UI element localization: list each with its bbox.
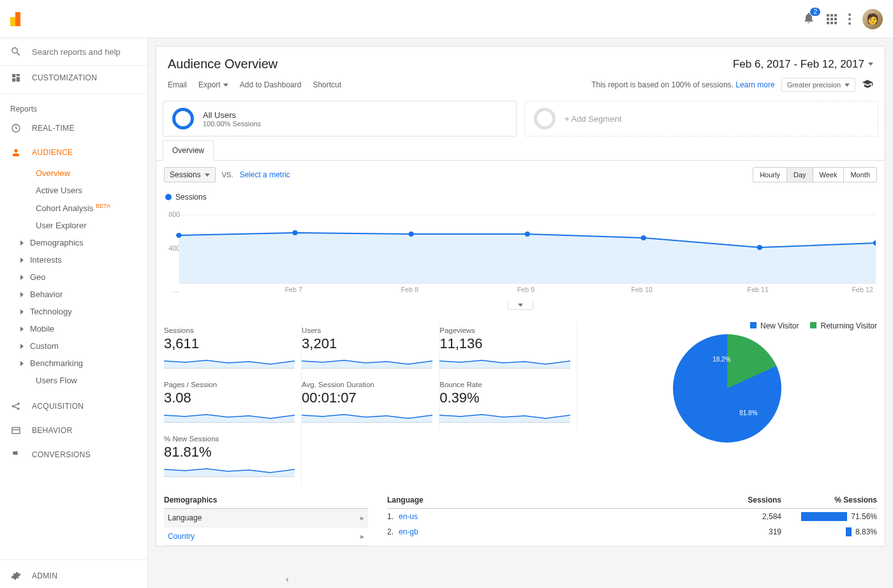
lang-link[interactable]: en-us <box>399 512 418 521</box>
nav-benchmarking[interactable]: Benchmarking <box>0 355 147 372</box>
gear-icon <box>10 570 22 582</box>
nav-acquisition[interactable]: ACQUISITION <box>0 394 147 418</box>
nav-cohort[interactable]: Cohort AnalysisBETA <box>0 199 147 217</box>
nav-user-explorer[interactable]: User Explorer <box>0 217 147 234</box>
search-input[interactable] <box>32 47 137 57</box>
metric-cell[interactable]: Sessions 3,611 <box>164 321 302 376</box>
nav-audience[interactable]: AUDIENCE <box>0 140 147 165</box>
metric-select[interactable]: Sessions <box>164 167 216 182</box>
svg-text:Feb 10: Feb 10 <box>631 286 653 293</box>
caret-down-icon <box>845 84 850 87</box>
segment-ring-icon <box>172 108 194 129</box>
nav-interests[interactable]: Interests <box>0 251 147 268</box>
caret-down-icon <box>868 62 873 66</box>
metric-label: Sessions <box>164 327 295 334</box>
shortcut-link[interactable]: Shortcut <box>313 80 341 89</box>
nav-admin[interactable]: ADMIN <box>0 564 147 588</box>
more-icon[interactable] <box>848 13 851 25</box>
main: Audience Overview Feb 6, 2017 - Feb 12, … <box>148 38 893 588</box>
demo-item[interactable]: Language▸ <box>164 509 368 527</box>
svg-text:Feb 9: Feb 9 <box>517 286 535 293</box>
gran-week[interactable]: Week <box>813 168 845 182</box>
svg-text:400: 400 <box>168 245 180 252</box>
add-segment[interactable]: + Add Segment <box>524 101 878 136</box>
nav-customization[interactable]: CUSTOMIZATION <box>0 66 147 90</box>
metric-value: 0.39% <box>439 390 570 406</box>
svg-text:800: 800 <box>168 211 180 218</box>
ga-logo[interactable] <box>10 12 24 26</box>
caret-icon <box>20 275 24 280</box>
caret-icon <box>20 361 24 366</box>
flag-icon <box>10 449 22 460</box>
date-range-picker[interactable]: Feb 6, 2017 - Feb 12, 2017 <box>733 58 873 71</box>
nav-geo[interactable]: Geo <box>0 268 147 286</box>
nav-demographics[interactable]: Demographics <box>0 234 147 251</box>
metric-cell[interactable]: Avg. Session Duration 00:01:07 <box>302 376 439 430</box>
nav-technology[interactable]: Technology <box>0 303 147 320</box>
chevron-right-icon: ▸ <box>360 532 364 541</box>
gran-month[interactable]: Month <box>844 168 876 182</box>
svg-point-16 <box>757 245 763 250</box>
nav-behavior-sub[interactable]: Behavior <box>0 286 147 303</box>
segment-all-users[interactable]: All Users 100.00% Sessions <box>163 101 517 136</box>
select-metric-link[interactable]: Select a metric <box>239 170 290 179</box>
caret-down-icon <box>223 84 228 87</box>
lang-link[interactable]: en-gb <box>399 527 418 536</box>
caret-icon <box>20 327 24 332</box>
visitor-pie-chart: 18.2% 81.8% <box>673 334 781 443</box>
metric-value: 11,136 <box>439 335 570 352</box>
nav-custom[interactable]: Custom <box>0 337 147 355</box>
sparkline <box>164 463 295 477</box>
person-icon <box>10 147 22 158</box>
sparkline <box>439 355 570 369</box>
metric-label: Pages / Session <box>164 381 295 388</box>
nav-conversions[interactable]: CONVERSIONS <box>0 443 147 467</box>
tab-overview[interactable]: Overview <box>163 140 214 161</box>
add-to-dashboard-link[interactable]: Add to Dashboard <box>240 80 302 89</box>
caret-icon <box>20 292 24 297</box>
expand-chart-button[interactable] <box>508 301 533 310</box>
sidebar-collapse-button[interactable]: ‹ <box>286 574 289 584</box>
nav-mobile[interactable]: Mobile <box>0 320 147 337</box>
education-icon[interactable] <box>862 78 873 92</box>
report-note: This report is based on 100% of sessions… <box>591 80 775 89</box>
nav-behavior[interactable]: BEHAVIOR <box>0 418 147 443</box>
gran-day[interactable]: Day <box>787 168 813 182</box>
svg-point-13 <box>408 232 414 237</box>
svg-point-1 <box>14 149 17 152</box>
sparkline <box>302 409 432 423</box>
metric-label: % New Sessions <box>164 435 295 443</box>
legend-dot-icon <box>165 194 172 200</box>
nav-overview[interactable]: Overview <box>0 165 147 182</box>
sparkline <box>164 409 295 423</box>
metric-cell[interactable]: Users 3,201 <box>302 321 439 376</box>
nav-realtime[interactable]: REAL-TIME <box>0 116 147 140</box>
metric-value: 3.08 <box>164 390 295 406</box>
caret-icon <box>20 240 24 246</box>
page-title: Audience Overview <box>168 57 277 71</box>
nav-active-users[interactable]: Active Users <box>0 182 147 199</box>
sparkline <box>164 355 295 369</box>
precision-select[interactable]: Greater precision <box>781 78 855 92</box>
gran-hourly[interactable]: Hourly <box>753 168 787 182</box>
metric-cell[interactable]: Pages / Session 3.08 <box>164 376 302 430</box>
search-icon[interactable] <box>10 46 22 57</box>
nav-users-flow[interactable]: Users Flow <box>0 372 147 389</box>
metric-cell[interactable]: Pageviews 11,136 <box>439 321 577 376</box>
notifications-icon[interactable]: 2 <box>802 11 815 26</box>
export-link[interactable]: Export <box>198 80 228 89</box>
metric-cell[interactable]: % New Sessions 81.81% <box>164 430 302 484</box>
demo-item[interactable]: Country▸ <box>164 527 368 546</box>
pct-bar <box>846 527 852 536</box>
pct-col-header: % Sessions <box>781 496 877 504</box>
avatar[interactable]: 🧑 <box>862 9 883 29</box>
svg-text:Feb 7: Feb 7 <box>284 286 302 293</box>
learn-more-link[interactable]: Learn more <box>735 80 774 89</box>
svg-text:Feb 11: Feb 11 <box>748 286 769 293</box>
email-link[interactable]: Email <box>168 80 187 89</box>
metric-cell[interactable]: Bounce Rate 0.39% <box>439 376 577 430</box>
svg-text:...: ... <box>173 286 179 293</box>
svg-rect-5 <box>12 428 20 434</box>
legend-square-icon <box>750 322 756 328</box>
apps-icon[interactable] <box>827 14 837 24</box>
